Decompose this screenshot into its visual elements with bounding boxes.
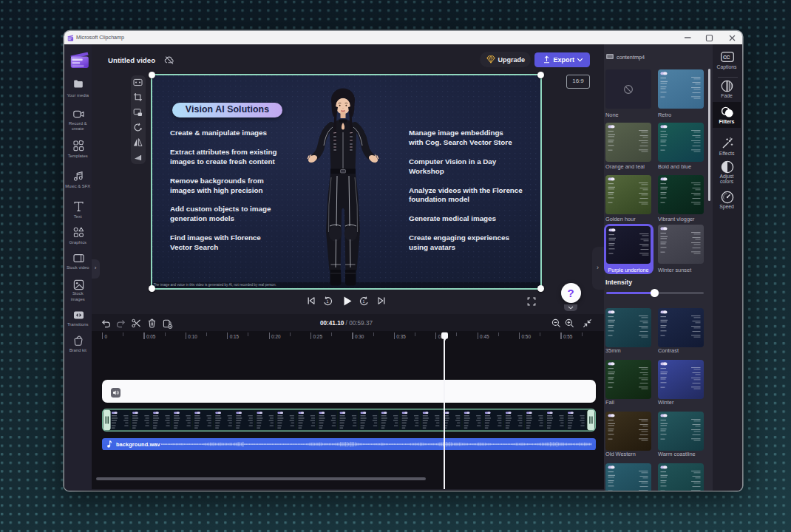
svg-text:CC: CC — [723, 55, 730, 60]
svg-text:1: 1 — [362, 299, 364, 304]
svg-text:background.wav: background.wav — [116, 441, 161, 448]
svg-text:1: 1 — [326, 299, 328, 304]
